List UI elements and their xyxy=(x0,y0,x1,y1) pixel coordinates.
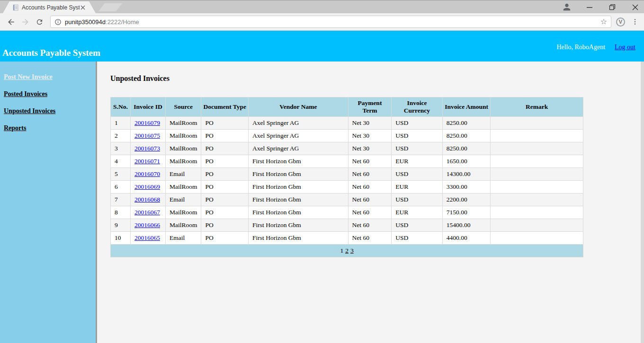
cell-sno: 6 xyxy=(111,181,131,193)
cell-payment_term: Net 60 xyxy=(348,155,392,168)
column-header: Remark xyxy=(491,97,583,117)
pager-page-link[interactable]: 2 xyxy=(345,247,349,254)
cell-doc_type: PO xyxy=(201,142,249,155)
cell-currency: USD xyxy=(392,142,443,155)
cell-doc_type: PO xyxy=(201,155,249,168)
invoice-link[interactable]: 20016068 xyxy=(134,196,160,203)
cell-vendor: Axel Springer AG xyxy=(249,142,348,155)
cell-payment_term: Net 30 xyxy=(348,142,392,155)
page-favicon-icon xyxy=(12,4,19,11)
cell-invoice_id: 20016075 xyxy=(130,130,165,142)
cell-amount: 8250.00 xyxy=(442,142,491,155)
cell-vendor: Axel Springer AG xyxy=(249,117,348,130)
cell-sno: 1 xyxy=(111,117,131,130)
page-info-icon[interactable] xyxy=(54,18,62,26)
forward-icon[interactable] xyxy=(19,16,31,28)
unposted-invoices-table: S.No.Invoice IDSourceDocument TypeVendor… xyxy=(110,97,583,257)
cell-currency: EUR xyxy=(392,206,443,219)
reload-icon[interactable] xyxy=(33,16,45,28)
pager: 123 xyxy=(111,245,583,257)
back-icon[interactable] xyxy=(5,16,17,28)
table-row: 520016070EmailPOFirst Horizon GbmNet 60U… xyxy=(111,168,583,181)
pager-page-link[interactable]: 3 xyxy=(350,247,354,254)
cell-doc_type: PO xyxy=(201,117,249,130)
cell-payment_term: Net 60 xyxy=(348,219,392,232)
url-bar[interactable]: punitp350094d:2222/Home ☆ xyxy=(50,16,611,28)
sidebar-item-reports[interactable]: Reports xyxy=(4,124,92,132)
invoice-table-body: 120016079MailRoomPOAxel Springer AGNet 3… xyxy=(111,117,583,245)
table-row: 620016069MailRoomPOFirst Horizon GbmNet … xyxy=(111,181,583,193)
cell-remark xyxy=(491,181,583,193)
cell-invoice_id: 20016079 xyxy=(130,117,165,130)
table-row: 1020016065EmailPOFirst Horizon GbmNet 60… xyxy=(111,232,583,245)
table-row: 920016066MailRoomPOFirst Horizon GbmNet … xyxy=(111,219,583,232)
extension-v-icon[interactable]: V xyxy=(616,18,625,26)
invoice-link[interactable]: 20016066 xyxy=(134,221,160,229)
cell-remark xyxy=(491,155,583,168)
cell-doc_type: PO xyxy=(201,206,249,219)
cell-payment_term: Net 60 xyxy=(348,232,392,245)
browser-tab[interactable]: Accounts Payable System xyxy=(3,1,96,13)
column-header: Invoice Currency xyxy=(392,97,443,117)
column-header: Document Type xyxy=(201,97,249,117)
cell-remark xyxy=(491,130,583,142)
cell-sno: 7 xyxy=(111,193,131,206)
invoice-link[interactable]: 20016065 xyxy=(134,234,160,241)
cell-sno: 2 xyxy=(111,130,131,142)
cell-amount: 8250.00 xyxy=(442,117,491,130)
browser-menu-icon[interactable] xyxy=(631,18,639,26)
cell-remark xyxy=(491,193,583,206)
invoice-link[interactable]: 20016079 xyxy=(134,119,160,126)
sidebar-nav: Post New InvoicePosted InvoicesUnposted … xyxy=(0,62,97,343)
pager-row: 123 xyxy=(111,245,583,257)
cell-currency: USD xyxy=(392,117,443,130)
cell-vendor: First Horizon Gbm xyxy=(249,193,348,206)
greeting-text: Hello, RoboAgent xyxy=(556,44,605,51)
cell-payment_term: Net 30 xyxy=(348,130,392,142)
cell-amount: 8250.00 xyxy=(442,130,491,142)
cell-amount: 7150.00 xyxy=(442,206,491,219)
table-row: 120016079MailRoomPOAxel Springer AGNet 3… xyxy=(111,117,583,130)
restore-button[interactable] xyxy=(608,3,617,11)
table-row: 320016073MailRoomPOAxel Springer AGNet 3… xyxy=(111,142,583,155)
invoice-link[interactable]: 20016073 xyxy=(134,145,160,152)
table-row: 420016071MailRoomPOFirst Horizon GbmNet … xyxy=(111,155,583,168)
sidebar-item-posted-invoices[interactable]: Posted Invoices xyxy=(4,90,92,98)
invoice-table-header-row: S.No.Invoice IDSourceDocument TypeVendor… xyxy=(111,97,583,117)
cell-remark xyxy=(491,117,583,130)
cell-payment_term: Net 30 xyxy=(348,117,392,130)
cell-invoice_id: 20016066 xyxy=(130,219,165,232)
minimize-button[interactable] xyxy=(585,3,594,11)
sidebar-item-unposted-invoices[interactable]: Unposted Invoices xyxy=(4,107,92,115)
table-row: 220016075MailRoomPOAxel Springer AGNet 3… xyxy=(111,130,583,142)
bookmark-star-icon[interactable]: ☆ xyxy=(600,18,607,26)
cell-invoice_id: 20016071 xyxy=(130,155,165,168)
invoice-link[interactable]: 20016071 xyxy=(134,158,160,165)
sidebar-item-post-new-invoice[interactable]: Post New Invoice xyxy=(4,73,92,81)
cell-payment_term: Net 60 xyxy=(348,168,392,181)
invoice-link[interactable]: 20016070 xyxy=(134,170,160,177)
cell-invoice_id: 20016073 xyxy=(130,142,165,155)
invoice-link[interactable]: 20016067 xyxy=(134,209,160,216)
cell-currency: USD xyxy=(392,130,443,142)
cell-doc_type: PO xyxy=(201,219,249,232)
browser-titlebar: Accounts Payable System xyxy=(0,0,644,13)
cell-vendor: First Horizon Gbm xyxy=(249,232,348,245)
cell-source: Email xyxy=(165,232,201,245)
cell-amount: 15400.00 xyxy=(442,219,491,232)
new-tab-button[interactable] xyxy=(98,3,122,11)
invoice-link[interactable]: 20016075 xyxy=(134,132,160,139)
cell-invoice_id: 20016070 xyxy=(130,168,165,181)
cell-remark xyxy=(491,168,583,181)
cell-amount: 1650.00 xyxy=(442,155,491,168)
tab-close-icon[interactable] xyxy=(80,4,86,11)
profile-icon[interactable] xyxy=(563,3,571,11)
column-header: Invoice Amount xyxy=(442,97,491,117)
logout-link[interactable]: Log out xyxy=(615,44,635,51)
cell-source: MailRoom xyxy=(165,117,201,130)
invoice-link[interactable]: 20016069 xyxy=(134,183,160,190)
cell-source: MailRoom xyxy=(165,130,201,142)
cell-vendor: First Horizon Gbm xyxy=(249,155,348,168)
column-header: Source xyxy=(165,97,201,117)
close-window-button[interactable] xyxy=(631,3,639,11)
